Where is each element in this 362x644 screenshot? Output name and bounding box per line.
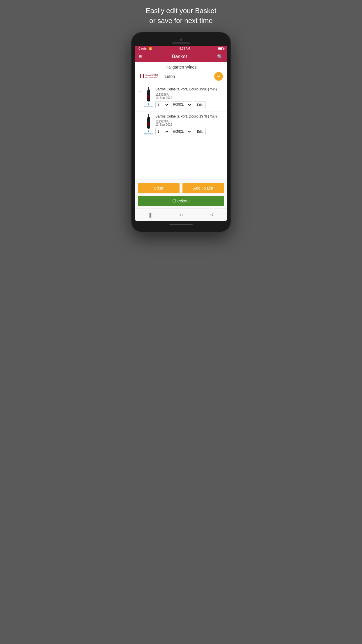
home-indicator (169, 224, 193, 225)
product-date-1: 13-Sep-2022 (155, 96, 224, 99)
supplier-header: Hallgarten Wines H HALLGARTEN & NOVUM (135, 62, 227, 84)
empty-space (135, 138, 227, 179)
phone-top (135, 38, 227, 44)
app-bar-title: Basket (172, 54, 187, 60)
back-icon[interactable]: < (210, 212, 214, 218)
status-left: Carrier 📶 (138, 47, 152, 50)
product-controls-2: 1 2 3 6X75CL 12X75CL Edit (155, 128, 224, 135)
svg-rect-5 (148, 114, 149, 117)
carrier-label: Carrier (138, 47, 147, 50)
qty-select-1[interactable]: 1 2 3 (155, 101, 169, 108)
headline-line1: Easily edit your Basket (146, 7, 217, 15)
headline-line2: or save for next time (149, 17, 212, 24)
home-icon[interactable]: ○ (180, 212, 183, 218)
page-wrapper: Easily edit your Basket or save for next… (121, 6, 241, 232)
recent-apps-icon[interactable]: ||| (149, 212, 153, 218)
app-bar: ≡ Basket 🔍 (135, 51, 227, 62)
svg-text:HALLGARTEN: HALLGARTEN (145, 74, 158, 76)
edit-button-1[interactable]: Edit (194, 101, 206, 108)
pack-select-2[interactable]: 6X75CL 12X75CL (171, 128, 192, 135)
content-area: Hallgarten Wines H HALLGARTEN & NOVUM (135, 62, 227, 221)
bottom-buttons: Clear Add To List Checkout (135, 179, 227, 209)
add-to-list-button[interactable]: Add To List (182, 183, 224, 193)
clear-button[interactable]: Clear (138, 183, 180, 193)
screen: Carrier 📶 8:53 AM ≡ Basket 🔍 Hallgarten … (135, 46, 227, 221)
product-item-1: ℹ More Info. Barros Colheita Port, Douro… (135, 84, 227, 111)
qty-select-2[interactable]: 1 2 3 (155, 128, 169, 135)
product-image-area-2: ℹ More Info. (144, 114, 154, 135)
more-info-2[interactable]: ℹ More Info. (144, 130, 153, 135)
checkout-button[interactable]: Checkout (138, 196, 224, 206)
checkbox-area-1 (138, 87, 142, 92)
product-name-1: Barros Colheita Port, Douro 1996 (75cl) (155, 87, 224, 92)
edit-button-2[interactable]: Edit (194, 128, 206, 135)
svg-rect-3 (148, 87, 149, 90)
product-details-1: Barros Colheita Port, Douro 1996 (75cl) … (155, 87, 224, 108)
product-date-2: 13-Sep-2022 (155, 123, 224, 126)
phone-bottom (135, 224, 227, 225)
pack-select-1[interactable]: 6X75CL 12X75CL (171, 101, 192, 108)
supplier-logo-area: H HALLGARTEN & NOVUM WINES Luton (139, 71, 175, 82)
status-bar: Carrier 📶 8:53 AM (135, 46, 227, 51)
search-icon[interactable]: 🔍 (217, 54, 223, 60)
more-info-1[interactable]: ℹ More Info. (144, 102, 153, 108)
headline: Easily edit your Basket or save for next… (140, 6, 222, 25)
speaker-grille (172, 42, 190, 44)
action-row: Clear Add To List (138, 183, 224, 193)
battery-icon (218, 47, 224, 50)
remove-supplier-button[interactable]: − (214, 72, 223, 81)
product-code-1: 1223296A (155, 93, 224, 96)
svg-text:& NOVUM WINES: & NOVUM WINES (145, 76, 157, 78)
product-code-2: 1223278A (155, 120, 224, 123)
hamburger-icon[interactable]: ≡ (139, 54, 142, 59)
camera-lens (180, 38, 182, 41)
product-checkbox-1[interactable] (138, 88, 142, 92)
svg-text:H: H (140, 72, 145, 80)
supplier-name: Hallgarten Wines (139, 65, 223, 69)
svg-rect-4 (147, 95, 150, 98)
svg-rect-6 (147, 123, 150, 125)
product-name-2: Barros Colheita Port, Douro 1978 (75cl) (155, 114, 224, 119)
checkbox-area-2 (138, 114, 142, 119)
supplier-location: Luton (165, 74, 175, 79)
product-details-2: Barros Colheita Port, Douro 1978 (75cl) … (155, 114, 224, 135)
nav-bar: ||| ○ < (135, 209, 227, 221)
product-item-2: ℹ More Info. Barros Colheita Port, Douro… (135, 111, 227, 139)
product-checkbox-2[interactable] (138, 115, 142, 119)
supplier-logo: H HALLGARTEN & NOVUM WINES (139, 71, 162, 82)
phone-frame: Carrier 📶 8:53 AM ≡ Basket 🔍 Hallgarten … (131, 32, 231, 232)
wifi-icon: 📶 (149, 47, 152, 50)
product-image-area-1: ℹ More Info. (144, 87, 154, 108)
product-controls-1: 1 2 3 6X75CL 12X75CL Edit (155, 101, 224, 108)
time-label: 8:53 AM (179, 47, 190, 50)
supplier-row: H HALLGARTEN & NOVUM WINES Luton − (139, 71, 223, 82)
